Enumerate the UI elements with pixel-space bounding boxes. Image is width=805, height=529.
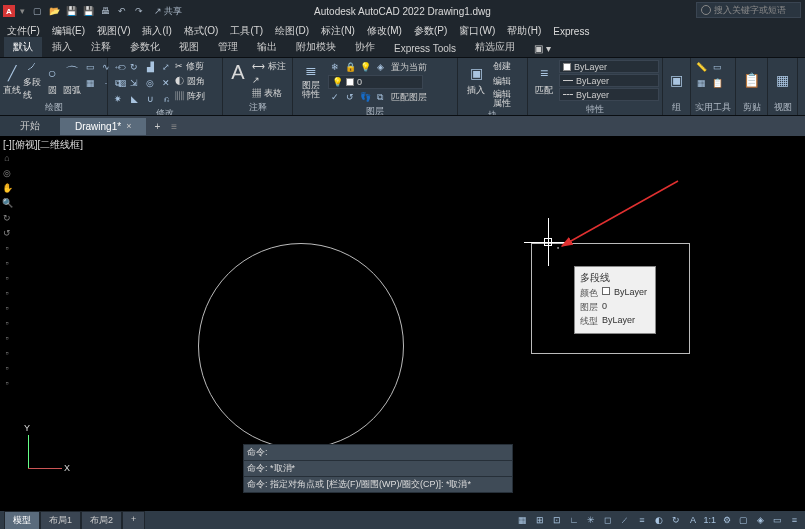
- status-gear-icon[interactable]: ⚙: [720, 514, 733, 527]
- text-button[interactable]: A: [226, 60, 250, 84]
- nav-extra2-icon[interactable]: ▫: [1, 257, 13, 269]
- scale-icon[interactable]: ⤢: [159, 60, 173, 74]
- erase-icon[interactable]: ✕: [159, 76, 173, 90]
- tab-featured[interactable]: 精选应用: [466, 37, 524, 57]
- group-button[interactable]: ▣: [666, 60, 687, 100]
- stretch-icon[interactable]: ⇲: [127, 76, 141, 90]
- layer-iso-icon[interactable]: ◈: [373, 60, 387, 74]
- measure-icon[interactable]: 📏: [694, 60, 708, 74]
- nav-orbit-icon[interactable]: ↻: [1, 212, 13, 224]
- app-logo[interactable]: A: [3, 5, 15, 17]
- nav-rewind-icon[interactable]: ↺: [1, 227, 13, 239]
- linetype-dropdown[interactable]: ByLayer: [559, 88, 659, 101]
- nav-extra10-icon[interactable]: ▫: [1, 377, 13, 389]
- status-transparency-icon[interactable]: ◐: [652, 514, 665, 527]
- nav-extra8-icon[interactable]: ▫: [1, 347, 13, 359]
- viewport-label[interactable]: [-][俯视][二维线框]: [3, 138, 83, 152]
- circle-entity[interactable]: [198, 243, 404, 449]
- calc-icon[interactable]: ▦: [694, 76, 708, 90]
- color-dropdown[interactable]: ByLayer: [559, 60, 659, 73]
- layout-tab-1[interactable]: 布局1: [40, 511, 81, 530]
- offset-icon[interactable]: ◎: [143, 76, 157, 90]
- copy-icon[interactable]: ⧉: [111, 76, 125, 90]
- nav-extra7-icon[interactable]: ▫: [1, 332, 13, 344]
- status-osnap-icon[interactable]: ◻: [601, 514, 614, 527]
- layer-freeze-icon[interactable]: ❄: [328, 60, 342, 74]
- qat-print-icon[interactable]: 🖶: [98, 4, 112, 18]
- clipboard-button[interactable]: 📋: [739, 60, 764, 100]
- join-icon[interactable]: ∪: [143, 92, 157, 106]
- new-tab-button[interactable]: +: [146, 118, 168, 135]
- qat-undo-icon[interactable]: ↶: [115, 4, 129, 18]
- tab-annotate[interactable]: 注释: [82, 37, 120, 57]
- status-iso-icon[interactable]: ◈: [754, 514, 767, 527]
- layer-off-icon[interactable]: 💡: [358, 60, 372, 74]
- nav-pan-icon[interactable]: ✋: [1, 182, 13, 194]
- layer-prev-icon[interactable]: ↺: [343, 90, 357, 104]
- select-icon[interactable]: ▭: [710, 60, 724, 74]
- nav-extra3-icon[interactable]: ▫: [1, 272, 13, 284]
- tab-manage[interactable]: 管理: [209, 37, 247, 57]
- edit-block-button[interactable]: 编辑: [493, 75, 511, 88]
- doc-tab-drawing1[interactable]: Drawing1* ×: [60, 118, 146, 135]
- insert-block-button[interactable]: ▣插入: [461, 60, 491, 100]
- circle-button[interactable]: ○圆: [43, 60, 61, 100]
- chamfer-icon[interactable]: ◣: [127, 92, 141, 106]
- nav-extra6-icon[interactable]: ▫: [1, 317, 13, 329]
- close-icon[interactable]: ×: [126, 121, 131, 131]
- match-props-button[interactable]: ≡匹配: [531, 60, 557, 100]
- tab-extra[interactable]: ▣ ▾: [525, 40, 560, 57]
- polyline-button[interactable]: ⟋多段线: [23, 60, 41, 100]
- status-ortho-icon[interactable]: ∟: [567, 514, 580, 527]
- layer-match-icon[interactable]: ✓: [328, 90, 342, 104]
- fillet-button[interactable]: ◐ 圆角: [175, 75, 205, 88]
- qat-save-icon[interactable]: 💾: [64, 4, 78, 18]
- line-button[interactable]: ╱直线: [3, 60, 21, 100]
- nav-extra9-icon[interactable]: ▫: [1, 362, 13, 374]
- status-scale-icon[interactable]: 1:1: [703, 514, 716, 527]
- paste-icon[interactable]: 📋: [710, 76, 724, 90]
- status-cycle-icon[interactable]: ↻: [669, 514, 682, 527]
- dim-button[interactable]: ⟷ 标注: [252, 60, 286, 73]
- drawing-area[interactable]: [-][俯视][二维线框] ⌂ ◎ ✋ 🔍 ↻ ↺ ▫ ▫ ▫ ▫ ▫ ▫ ▫ …: [0, 136, 805, 511]
- tab-express[interactable]: Express Tools: [385, 40, 465, 57]
- edit-attr-button[interactable]: 编辑 属性: [493, 90, 511, 108]
- qat-open-icon[interactable]: 📂: [47, 4, 61, 18]
- array-button[interactable]: ▥ 阵列: [175, 90, 205, 103]
- rect-icon[interactable]: ▭: [83, 60, 97, 74]
- status-model-icon[interactable]: ▦: [516, 514, 529, 527]
- explode-icon[interactable]: ✷: [111, 92, 125, 106]
- view-button[interactable]: ▦: [771, 60, 794, 100]
- qat-new-icon[interactable]: ▢: [30, 4, 44, 18]
- share-button[interactable]: ↗ 共享: [154, 5, 182, 18]
- start-tab[interactable]: 开始: [0, 116, 60, 136]
- layer-copy-icon[interactable]: ⧉: [373, 90, 387, 104]
- break-icon[interactable]: ⎌: [159, 92, 173, 106]
- status-custom-icon[interactable]: ≡: [788, 514, 801, 527]
- table-button[interactable]: ▦ 表格: [252, 87, 286, 100]
- status-annoscale-icon[interactable]: A: [686, 514, 699, 527]
- tab-collab[interactable]: 协作: [346, 37, 384, 57]
- status-grid-icon[interactable]: ⊞: [533, 514, 546, 527]
- tab-output[interactable]: 输出: [248, 37, 286, 57]
- tab-menu-icon[interactable]: ≡: [171, 121, 177, 132]
- nav-extra1-icon[interactable]: ▫: [1, 242, 13, 254]
- layer-walk-icon[interactable]: 👣: [358, 90, 372, 104]
- menu-param[interactable]: 参数(P): [409, 22, 452, 40]
- nav-wheel-icon[interactable]: ◎: [1, 167, 13, 179]
- move-icon[interactable]: ↔: [111, 60, 125, 74]
- leader-button[interactable]: ↗: [252, 75, 286, 85]
- nav-extra4-icon[interactable]: ▫: [1, 287, 13, 299]
- status-clean-icon[interactable]: ▭: [771, 514, 784, 527]
- command-line[interactable]: 命令: 命令: *取消* 命令: 指定对角点或 [栏选(F)/圈围(WP)/圈交…: [243, 444, 513, 493]
- tab-insert[interactable]: 插入: [43, 37, 81, 57]
- status-lw-icon[interactable]: ≡: [635, 514, 648, 527]
- nav-extra5-icon[interactable]: ▫: [1, 302, 13, 314]
- layout-tab-2[interactable]: 布局2: [81, 511, 122, 530]
- arc-button[interactable]: ⌒圆弧: [63, 60, 81, 100]
- create-block-button[interactable]: 创建: [493, 60, 511, 73]
- status-otrack-icon[interactable]: ⟋: [618, 514, 631, 527]
- qat-saveas-icon[interactable]: 💾: [81, 4, 95, 18]
- hatch-icon[interactable]: ▦: [83, 76, 97, 90]
- rotate-icon[interactable]: ↻: [127, 60, 141, 74]
